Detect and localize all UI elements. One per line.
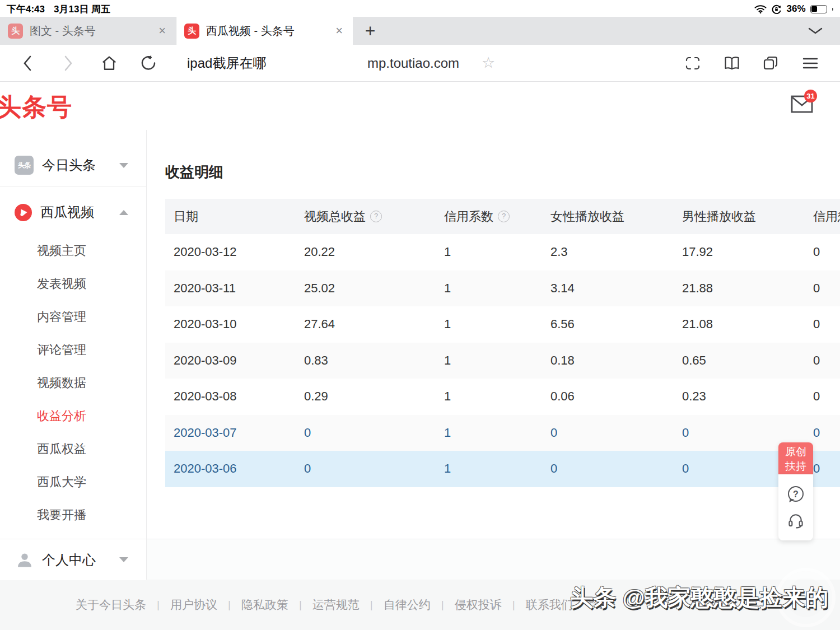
sidebar-item-我要开播[interactable]: 我要开播 xyxy=(0,498,146,531)
tab-bar: 头图文 - 头条号×头西瓜视频 - 头条号× + xyxy=(0,17,840,45)
separator: | xyxy=(228,599,231,611)
footer-link-关于今日头条[interactable]: 关于今日头条 xyxy=(76,597,146,613)
cell: 0 xyxy=(813,379,820,415)
separator: | xyxy=(512,599,515,611)
headset-icon[interactable] xyxy=(787,513,804,529)
footer-link-侵权投诉[interactable]: 侵权投诉 xyxy=(455,597,502,613)
table-row[interactable]: 2020-03-1220.2212.317.920 xyxy=(165,234,840,270)
table-row[interactable]: 2020-03-1125.0213.1421.880 xyxy=(165,270,840,307)
table-row[interactable]: 2020-03-0701000 xyxy=(165,415,840,451)
chevron-down-icon xyxy=(119,163,128,168)
cell: 2020-03-10 xyxy=(174,306,237,343)
sidebar-item-内容管理[interactable]: 内容管理 xyxy=(0,300,146,333)
reload-button[interactable] xyxy=(140,55,157,72)
browser-tab[interactable]: 头西瓜视频 - 头条号× xyxy=(176,17,353,45)
cell: 1 xyxy=(444,379,451,415)
cell: 1 xyxy=(444,306,451,343)
status-bar: 下午4:43 3月13日 周五 36% xyxy=(0,0,840,17)
cell: 0 xyxy=(813,415,820,451)
tab-overview-button[interactable] xyxy=(808,17,840,45)
sidebar-item-西瓜权益[interactable]: 西瓜权益 xyxy=(0,432,146,465)
helper-card: ? xyxy=(778,474,813,540)
browser-toolbar: ipad截屏在哪 mp.toutiao.com ☆ xyxy=(0,45,840,82)
site-header: 头条号 31 xyxy=(0,82,840,130)
sidebar-item-视频主页[interactable]: 视频主页 xyxy=(0,234,146,267)
table-row[interactable]: 2020-03-1027.6416.5621.080 xyxy=(165,306,840,343)
back-button[interactable] xyxy=(22,55,32,72)
cell: 0.83 xyxy=(304,343,328,379)
close-icon[interactable]: × xyxy=(156,24,168,38)
battery-icon xyxy=(810,5,827,13)
table-row[interactable]: 2020-03-090.8310.180.650 xyxy=(165,343,840,379)
column-label: 日期 xyxy=(174,208,198,225)
toutiao-group-label: 今日头条 xyxy=(42,156,119,174)
revenue-table-body: 2020-03-1220.2212.317.9202020-03-1125.02… xyxy=(165,234,840,487)
separator: | xyxy=(299,599,302,611)
cell: 0 xyxy=(813,270,820,307)
footer-link-隐私政策[interactable]: 隐私政策 xyxy=(241,597,288,613)
cell: 2020-03-06 xyxy=(174,451,237,487)
footer-link-用户协议[interactable]: 用户协议 xyxy=(170,597,217,613)
cell: 1 xyxy=(444,234,451,270)
sidebar-profile[interactable]: 个人中心 xyxy=(0,539,146,580)
table-row[interactable]: 2020-03-0601000 xyxy=(165,451,840,487)
close-icon[interactable]: × xyxy=(333,24,345,38)
original-support-badge[interactable]: 原创扶持 xyxy=(778,442,813,474)
badge-line: 原创 xyxy=(778,445,813,459)
cell: 2020-03-08 xyxy=(174,379,237,415)
sidebar-item-发表视频[interactable]: 发表视频 xyxy=(0,267,146,300)
sidebar-menu: 视频主页发表视频内容管理评论管理视频数据收益分析西瓜权益西瓜大学我要开播 xyxy=(0,234,146,531)
cell: 2020-03-12 xyxy=(174,234,237,270)
cell: 0.18 xyxy=(550,343,575,379)
help-icon[interactable]: ? xyxy=(498,211,510,222)
cell: 0 xyxy=(682,451,689,487)
separator: | xyxy=(370,599,373,611)
sidebar-group-xigua[interactable]: 西瓜视频 xyxy=(0,203,146,221)
footer-link-运营规范[interactable]: 运营规范 xyxy=(312,597,360,613)
clock: 下午4:43 xyxy=(7,3,45,16)
footer-link-自律公约[interactable]: 自律公约 xyxy=(384,597,431,613)
sidebar-group-toutiao[interactable]: 头条 今日头条 xyxy=(0,156,146,175)
column-header: 男性播放收益 xyxy=(682,199,756,234)
sidebar-item-评论管理[interactable]: 评论管理 xyxy=(0,333,146,366)
bookmark-star-icon[interactable]: ☆ xyxy=(482,53,495,71)
help-bubble-icon[interactable]: ? xyxy=(788,486,804,502)
column-label: 男性播放收益 xyxy=(682,208,756,225)
person-icon xyxy=(16,551,34,569)
toutiaohao-logo[interactable]: 头条号 xyxy=(0,91,72,124)
address-bar-url[interactable]: mp.toutiao.com xyxy=(367,45,459,81)
mail-button[interactable]: 31 xyxy=(791,95,813,113)
sidebar-item-收益分析[interactable]: 收益分析 xyxy=(0,399,146,432)
cell: 2020-03-07 xyxy=(174,415,237,451)
cell: 2.3 xyxy=(550,234,568,270)
help-icon[interactable]: ? xyxy=(370,211,382,222)
date: 3月13日 周五 xyxy=(54,3,110,16)
xigua-video-icon xyxy=(15,204,32,221)
sidebar-item-西瓜大学[interactable]: 西瓜大学 xyxy=(0,465,146,498)
sidebar: 头条 今日头条 西瓜视频 视频主页发表视频内容管理评论管理视频数据收益分析西瓜权… xyxy=(0,130,147,580)
new-tab-button[interactable]: + xyxy=(353,17,388,45)
browser-tab[interactable]: 头图文 - 头条号× xyxy=(0,17,176,45)
revenue-table-header: 日期视频总收益?信用系数?女性播放收益男性播放收益信用惩 xyxy=(165,199,840,234)
xigua-group-label: 西瓜视频 xyxy=(40,203,119,221)
bookmarks-book-icon[interactable] xyxy=(724,55,740,71)
cell: 20.22 xyxy=(304,234,335,270)
menu-button[interactable] xyxy=(802,57,819,70)
column-header: 女性播放收益 xyxy=(550,199,624,234)
cell: 27.64 xyxy=(304,306,335,343)
battery-nub xyxy=(832,8,834,11)
cell: 0.06 xyxy=(550,379,575,415)
home-button[interactable] xyxy=(101,55,118,72)
tabs-button[interactable] xyxy=(762,55,779,71)
footer-link-联系我们[interactable]: 联系我们 xyxy=(526,597,573,613)
sidebar-item-视频数据[interactable]: 视频数据 xyxy=(0,366,146,399)
plus-icon: + xyxy=(365,21,376,41)
cell: 1 xyxy=(444,415,451,451)
cell: 0 xyxy=(304,415,311,451)
column-label: 信用惩 xyxy=(813,208,840,225)
badge-line: 扶持 xyxy=(778,459,813,474)
scan-button[interactable] xyxy=(684,56,701,71)
address-bar-title[interactable]: ipad截屏在哪 xyxy=(187,45,266,81)
forward-button[interactable] xyxy=(63,55,73,72)
table-row[interactable]: 2020-03-080.2910.060.230 xyxy=(165,379,840,415)
